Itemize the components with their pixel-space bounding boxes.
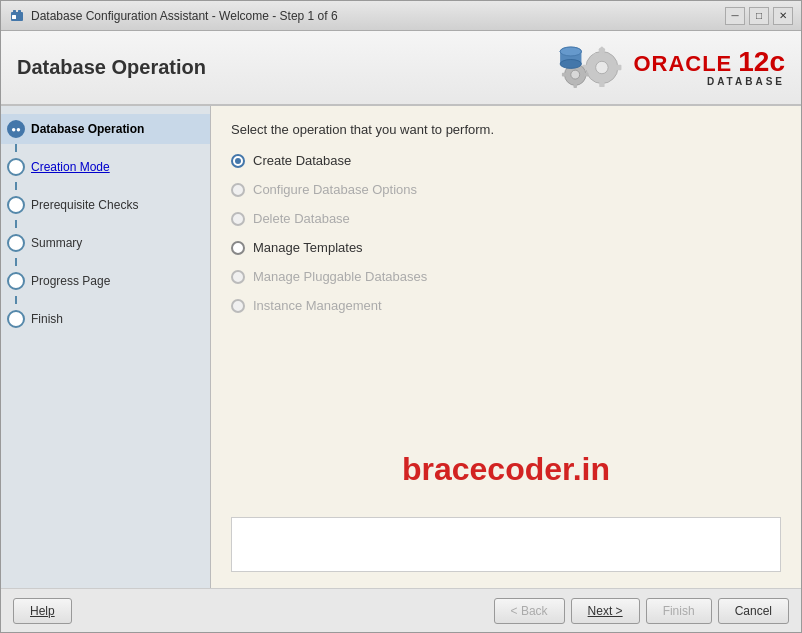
footer-right: < Back Next > Finish Cancel bbox=[494, 598, 789, 624]
sidebar-item-summary[interactable]: Summary bbox=[1, 228, 210, 258]
sidebar-item-progress-page[interactable]: Progress Page bbox=[1, 266, 210, 296]
option-delete-database: Delete Database bbox=[231, 211, 781, 226]
step-indicator-1: ● bbox=[7, 120, 25, 138]
cancel-label: Cancel bbox=[735, 604, 772, 618]
content-instruction: Select the operation that you want to pe… bbox=[231, 122, 781, 137]
oracle-gears-icon bbox=[553, 40, 633, 95]
oracle-brand-text: ORACLE bbox=[633, 53, 732, 75]
svg-rect-16 bbox=[562, 73, 567, 77]
radio-delete-database bbox=[231, 212, 245, 226]
option-create-database[interactable]: Create Database bbox=[231, 153, 781, 168]
next-button[interactable]: Next > bbox=[571, 598, 640, 624]
sidebar-label-prerequisite-checks: Prerequisite Checks bbox=[31, 198, 138, 212]
finish-label: Finish bbox=[663, 604, 695, 618]
radio-configure-database bbox=[231, 183, 245, 197]
radio-manage-templates[interactable] bbox=[231, 241, 245, 255]
oracle-database-text: DATABASE bbox=[707, 76, 785, 87]
step-indicator-4 bbox=[7, 234, 25, 252]
oracle-logo-area: ORACLE 12c DATABASE bbox=[553, 40, 785, 95]
svg-point-20 bbox=[561, 60, 582, 69]
label-manage-pluggable: Manage Pluggable Databases bbox=[253, 269, 427, 284]
bottom-info-area bbox=[231, 517, 781, 572]
main-window: Database Configuration Assistant - Welco… bbox=[0, 0, 802, 633]
svg-rect-17 bbox=[584, 73, 589, 77]
svg-rect-7 bbox=[600, 80, 605, 87]
label-create-database: Create Database bbox=[253, 153, 351, 168]
step-connector-1 bbox=[15, 144, 17, 152]
sidebar-label-progress-page: Progress Page bbox=[31, 274, 110, 288]
app-icon bbox=[9, 8, 25, 24]
step-indicator-5 bbox=[7, 272, 25, 290]
oracle-text: ORACLE 12c DATABASE bbox=[633, 48, 785, 87]
radio-manage-pluggable bbox=[231, 270, 245, 284]
option-manage-pluggable: Manage Pluggable Databases bbox=[231, 269, 781, 284]
svg-rect-3 bbox=[12, 15, 16, 19]
app-header: Database Operation bbox=[1, 31, 801, 106]
sidebar-item-prerequisite-checks[interactable]: Prerequisite Checks bbox=[1, 190, 210, 220]
step-connector-3 bbox=[15, 220, 17, 228]
oracle-version-text: 12c bbox=[738, 48, 785, 76]
main-content: ● Database Operation Creation Mode Prere… bbox=[1, 106, 801, 588]
title-bar: Database Configuration Assistant - Welco… bbox=[1, 1, 801, 31]
window-controls: ─ □ ✕ bbox=[725, 7, 793, 25]
svg-rect-9 bbox=[615, 65, 622, 70]
help-button[interactable]: Help bbox=[13, 598, 72, 624]
step-connector-5 bbox=[15, 296, 17, 304]
svg-rect-2 bbox=[18, 10, 21, 13]
window-title: Database Configuration Assistant - Welco… bbox=[31, 9, 725, 23]
content-area: Select the operation that you want to pe… bbox=[211, 106, 801, 588]
sidebar: ● Database Operation Creation Mode Prere… bbox=[1, 106, 211, 588]
sidebar-item-database-operation[interactable]: ● Database Operation bbox=[1, 114, 210, 144]
svg-point-5 bbox=[596, 61, 608, 73]
maximize-button[interactable]: □ bbox=[749, 7, 769, 25]
sidebar-label-finish: Finish bbox=[31, 312, 63, 326]
radio-create-database[interactable] bbox=[231, 154, 245, 168]
svg-point-21 bbox=[561, 47, 582, 56]
option-instance-management: Instance Management bbox=[231, 298, 781, 313]
options-group: Create Database Configure Database Optio… bbox=[231, 153, 781, 313]
step-connector-4 bbox=[15, 258, 17, 266]
back-button[interactable]: < Back bbox=[494, 598, 565, 624]
minimize-button[interactable]: ─ bbox=[725, 7, 745, 25]
watermark-text: bracecoder.in bbox=[402, 451, 610, 488]
step-indicator-6 bbox=[7, 310, 25, 328]
label-instance-management: Instance Management bbox=[253, 298, 382, 313]
label-manage-templates: Manage Templates bbox=[253, 240, 363, 255]
finish-button[interactable]: Finish bbox=[646, 598, 712, 624]
option-configure-database: Configure Database Options bbox=[231, 182, 781, 197]
sidebar-label-creation-mode: Creation Mode bbox=[31, 160, 110, 174]
sidebar-label-summary: Summary bbox=[31, 236, 82, 250]
svg-rect-1 bbox=[13, 10, 16, 13]
step-connector-2 bbox=[15, 182, 17, 190]
back-label: < Back bbox=[511, 604, 548, 618]
label-delete-database: Delete Database bbox=[253, 211, 350, 226]
step-indicator-2 bbox=[7, 158, 25, 176]
cancel-button[interactable]: Cancel bbox=[718, 598, 789, 624]
sidebar-item-creation-mode[interactable]: Creation Mode bbox=[1, 152, 210, 182]
help-label: Help bbox=[30, 604, 55, 618]
step-indicator-3 bbox=[7, 196, 25, 214]
svg-point-13 bbox=[571, 70, 580, 79]
radio-instance-management bbox=[231, 299, 245, 313]
close-button[interactable]: ✕ bbox=[773, 7, 793, 25]
svg-rect-15 bbox=[574, 83, 578, 88]
footer-left: Help bbox=[13, 598, 72, 624]
sidebar-item-finish[interactable]: Finish bbox=[1, 304, 210, 334]
page-title: Database Operation bbox=[17, 56, 553, 79]
next-label: Next > bbox=[588, 604, 623, 618]
sidebar-label-database-operation: Database Operation bbox=[31, 122, 144, 136]
footer: Help < Back Next > Finish Cancel bbox=[1, 588, 801, 632]
option-manage-templates[interactable]: Manage Templates bbox=[231, 240, 781, 255]
label-configure-database: Configure Database Options bbox=[253, 182, 417, 197]
